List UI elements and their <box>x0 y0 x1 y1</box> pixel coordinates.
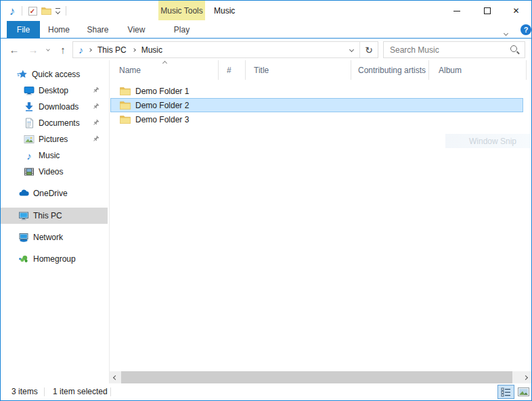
pictures-icon <box>24 134 35 145</box>
recent-locations-button[interactable] <box>43 39 53 60</box>
file-row-demo-folder-3[interactable]: Demo Folder 3 <box>110 112 523 126</box>
scroll-left-button[interactable] <box>110 371 121 383</box>
qat-separator <box>22 6 22 16</box>
minimize-button[interactable] <box>441 1 472 21</box>
items-count: 3 items <box>12 383 38 400</box>
breadcrumb-music[interactable]: Music <box>138 45 166 55</box>
refresh-icon: ↻ <box>365 45 373 55</box>
column-header-album[interactable]: Album <box>429 60 527 80</box>
documents-icon <box>24 118 35 128</box>
music-note-icon: ♪ <box>24 150 35 161</box>
sidebar-item-label: Music <box>39 151 60 160</box>
ribbon-collapse-button[interactable] <box>504 28 508 37</box>
sidebar-item-label: Pictures <box>39 135 68 144</box>
column-header-number[interactable]: # <box>219 60 246 80</box>
file-row-demo-folder-2[interactable]: Demo Folder 2 <box>110 98 523 112</box>
sidebar-item-desktop[interactable]: Desktop <box>1 82 108 99</box>
sidebar-item-label: Downloads <box>39 102 79 112</box>
tab-file[interactable]: File <box>7 21 40 38</box>
sidebar-item-music[interactable]: ♪ Music <box>1 147 108 164</box>
file-row-demo-folder-1[interactable]: Demo Folder 1 <box>110 84 523 98</box>
tab-share[interactable]: Share <box>78 21 118 38</box>
tab-home[interactable]: Home <box>40 21 78 38</box>
sidebar-item-downloads[interactable]: Downloads <box>1 99 108 115</box>
search-box <box>383 41 525 58</box>
maximize-button[interactable] <box>472 1 502 21</box>
address-bar[interactable]: ♪ This PC Music ↻ <box>72 41 378 58</box>
close-button[interactable]: ✕ <box>501 1 531 21</box>
help-button[interactable]: ? <box>520 24 531 35</box>
forward-button[interactable]: → <box>25 39 41 60</box>
breadcrumb-chevron-icon[interactable] <box>132 48 136 52</box>
sidebar-item-quick-access[interactable]: Quick access <box>1 66 108 82</box>
sidebar-item-label: Videos <box>39 167 63 176</box>
sidebar-item-videos[interactable]: Videos <box>1 164 108 180</box>
music-note-icon: ♪ <box>9 5 16 17</box>
breadcrumb-this-pc[interactable]: This PC <box>94 45 130 55</box>
tab-play[interactable]: Play <box>158 21 205 38</box>
explorer-window: ♪ ✓ Music Tools Music ✕ <box>0 0 532 401</box>
sidebar-item-label: This PC <box>33 211 62 220</box>
tab-view[interactable]: View <box>118 21 155 38</box>
forward-arrow-icon: → <box>28 44 39 55</box>
sidebar-item-label: OneDrive <box>33 189 68 198</box>
sidebar-item-network[interactable]: Network <box>1 229 108 245</box>
details-view-icon <box>501 387 512 397</box>
window-snip-label: Window Snip <box>469 137 516 146</box>
thumbnail-view-button[interactable] <box>515 385 531 399</box>
back-arrow-icon: ← <box>9 44 20 55</box>
folder-icon <box>120 87 131 95</box>
column-header-label: Album <box>439 66 462 75</box>
chevron-left-icon <box>113 375 118 379</box>
file-name: Demo Folder 1 <box>135 87 189 96</box>
folder-icon <box>120 101 131 110</box>
pin-icon <box>92 87 99 94</box>
contextual-tab-header: Music Tools <box>158 1 205 20</box>
horizontal-scrollbar[interactable] <box>110 371 531 383</box>
refresh-button[interactable]: ↻ <box>360 45 378 55</box>
this-pc-icon <box>18 210 29 221</box>
onedrive-cloud-icon <box>18 188 29 199</box>
pane-divider[interactable] <box>109 60 110 383</box>
address-dropdown-button[interactable] <box>343 48 359 51</box>
back-button[interactable]: ← <box>6 39 22 60</box>
scrollbar-thumb[interactable] <box>121 371 512 383</box>
qat-new-folder-button[interactable] <box>40 1 52 21</box>
sidebar-item-pictures[interactable]: Pictures <box>1 131 108 147</box>
navigation-pane: Quick access Desktop <box>1 60 109 371</box>
search-input[interactable] <box>384 45 508 55</box>
column-header-label: Contributing artists <box>358 66 426 75</box>
minimize-icon <box>453 11 460 11</box>
title-bar: ♪ ✓ Music Tools Music ✕ <box>1 1 531 21</box>
chevron-right-icon <box>523 375 528 379</box>
qat-customize-button[interactable] <box>52 1 63 21</box>
search-icon[interactable] <box>508 43 522 57</box>
close-icon: ✕ <box>512 6 519 16</box>
desktop-icon <box>24 85 35 96</box>
location-music-icon: ♪ <box>79 45 83 55</box>
downloads-icon <box>24 101 35 112</box>
folder-icon <box>120 115 131 124</box>
sidebar-item-this-pc[interactable]: This PC <box>1 208 108 224</box>
status-divider <box>110 387 111 396</box>
scroll-right-button[interactable] <box>520 371 531 383</box>
sidebar-item-homegroup[interactable]: Homegroup <box>1 251 108 267</box>
column-header-label: Name <box>119 66 141 75</box>
sidebar-item-documents[interactable]: Documents <box>1 115 108 131</box>
qat-properties-button[interactable]: ✓ <box>26 1 39 21</box>
column-header-label: # <box>227 66 231 75</box>
column-header-title[interactable]: Title <box>246 60 351 80</box>
breadcrumb-chevron-icon[interactable] <box>88 48 92 52</box>
up-button[interactable]: ↑ <box>55 39 71 60</box>
sidebar-item-onedrive[interactable]: OneDrive <box>1 185 108 202</box>
thumbnail-view-icon <box>518 387 529 396</box>
column-header-label: Title <box>254 66 269 75</box>
chevron-down-icon <box>46 47 50 51</box>
folder-icon <box>41 7 51 15</box>
sidebar-item-label: Quick access <box>32 70 80 79</box>
app-music-icon: ♪ <box>5 1 20 21</box>
status-divider <box>44 387 45 396</box>
quick-access-star-icon <box>17 69 28 80</box>
column-header-contributing-artists[interactable]: Contributing artists <box>351 60 429 80</box>
details-view-button[interactable] <box>497 385 514 399</box>
